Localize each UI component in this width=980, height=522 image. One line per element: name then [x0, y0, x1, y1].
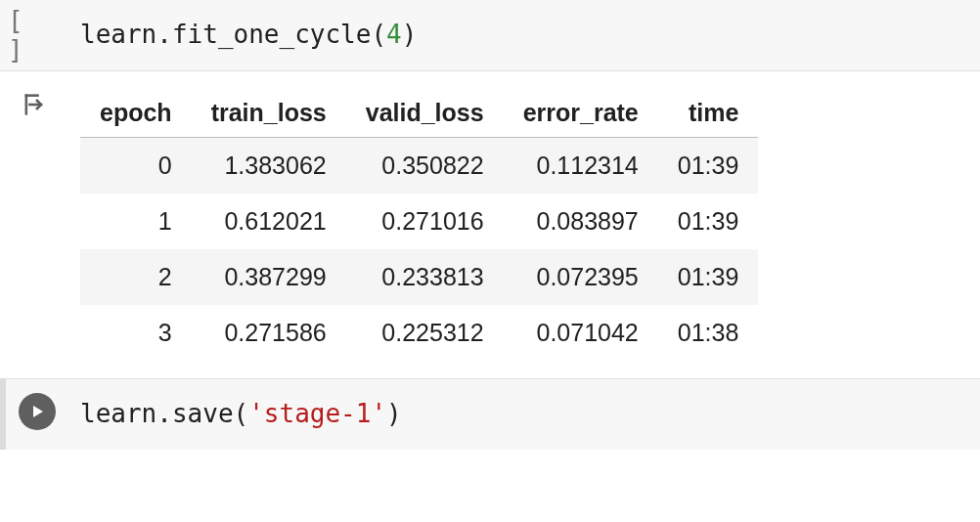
cell-train-loss: 0.387299 — [192, 249, 346, 305]
table-row: 3 0.271586 0.225312 0.071042 01:38 — [80, 305, 758, 361]
cell-valid-loss: 0.225312 — [346, 305, 504, 361]
play-icon — [29, 404, 45, 419]
col-epoch: epoch — [80, 89, 192, 138]
table-header: epoch train_loss valid_loss error_rate t… — [80, 89, 758, 138]
cell-train-loss: 0.612021 — [192, 194, 346, 249]
cell-time: 01:39 — [658, 249, 759, 305]
cell-time: 01:39 — [658, 194, 759, 249]
col-valid-loss: valid_loss — [346, 89, 504, 138]
exec-indicator[interactable] — [6, 379, 68, 430]
cell-time: 01:38 — [658, 305, 759, 361]
code-token: learn.save( — [80, 399, 248, 428]
output-cell: epoch train_loss valid_loss error_rate t… — [0, 71, 980, 378]
code-token: learn.fit_one_cycle( — [80, 20, 386, 49]
cell-valid-loss: 0.350822 — [346, 138, 504, 195]
table-row: 1 0.612021 0.271016 0.083897 01:39 — [80, 194, 758, 249]
output-arrow-icon — [21, 91, 48, 118]
cell-epoch: 3 — [80, 305, 192, 361]
cell-valid-loss: 0.271016 — [346, 194, 504, 249]
cell-error-rate: 0.112314 — [504, 138, 658, 195]
table-row: 0 1.383062 0.350822 0.112314 01:39 — [80, 138, 758, 195]
col-error-rate: error_rate — [504, 89, 658, 138]
code-editor-1[interactable]: learn.fit_one_cycle(4) — [68, 0, 980, 70]
col-time: time — [658, 89, 759, 138]
output-body: epoch train_loss valid_loss error_rate t… — [68, 89, 980, 361]
code-editor-2[interactable]: learn.save('stage-1') — [68, 379, 980, 450]
cell-valid-loss: 0.233813 — [346, 249, 504, 305]
exec-indicator[interactable]: [ ] — [0, 0, 68, 65]
cell-time: 01:39 — [658, 138, 759, 195]
col-train-loss: train_loss — [192, 89, 346, 138]
cell-error-rate: 0.083897 — [504, 194, 658, 249]
cell-epoch: 1 — [80, 194, 192, 249]
cell-train-loss: 1.383062 — [192, 138, 346, 195]
code-cell-1[interactable]: [ ] learn.fit_one_cycle(4) — [0, 0, 980, 71]
training-table: epoch train_loss valid_loss error_rate t… — [80, 89, 758, 361]
code-cell-2[interactable]: learn.save('stage-1') — [0, 378, 980, 450]
code-token-string: 'stage-1' — [248, 399, 386, 428]
cell-error-rate: 0.071042 — [504, 305, 658, 361]
table-row: 2 0.387299 0.233813 0.072395 01:39 — [80, 249, 758, 305]
code-token: ) — [402, 20, 418, 49]
output-gutter[interactable] — [0, 89, 68, 118]
cell-epoch: 0 — [80, 138, 192, 195]
svg-marker-1 — [33, 406, 43, 417]
run-cell-button[interactable] — [19, 393, 56, 430]
cell-train-loss: 0.271586 — [192, 305, 346, 361]
cell-error-rate: 0.072395 — [504, 249, 658, 305]
code-token-number: 4 — [386, 20, 402, 49]
cell-epoch: 2 — [80, 249, 192, 305]
code-token: ) — [386, 399, 402, 428]
